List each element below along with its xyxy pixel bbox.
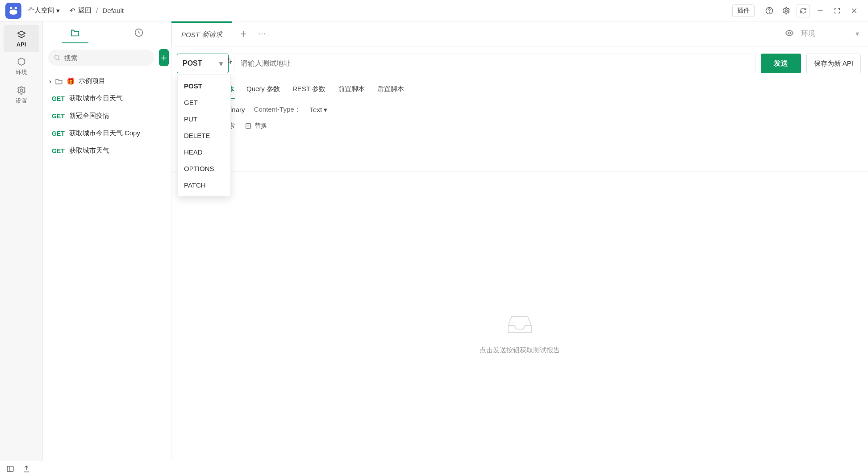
method-option[interactable]: POST bbox=[178, 78, 230, 94]
tree-item-label: 获取城市天气 bbox=[69, 146, 109, 155]
method-badge: GET bbox=[52, 130, 65, 137]
svg-rect-2 bbox=[9, 9, 17, 14]
tree-item[interactable]: GET获取城市今日天气 Copy bbox=[43, 125, 171, 142]
tree-group-label: 示例项目 bbox=[79, 77, 105, 85]
sidebar-tab-history[interactable] bbox=[125, 23, 152, 43]
chevron-right-icon: › bbox=[49, 77, 51, 85]
method-option[interactable]: DELETE bbox=[178, 127, 230, 144]
tab-name: 新请求 bbox=[202, 30, 222, 39]
env-selector-label[interactable]: 环境 bbox=[801, 29, 815, 38]
svg-point-1 bbox=[15, 7, 17, 9]
method-badge: GET bbox=[52, 113, 65, 120]
request-tab[interactable]: POST 新请求 bbox=[171, 21, 232, 46]
content-type-selector[interactable]: Text ▾ bbox=[310, 106, 328, 114]
request-subtab[interactable]: REST 参数 bbox=[292, 80, 326, 99]
breadcrumb-sep: / bbox=[96, 7, 98, 15]
upload-icon[interactable] bbox=[21, 464, 31, 474]
rail-settings-label: 设置 bbox=[16, 97, 27, 105]
plugin-button[interactable]: 插件 bbox=[732, 4, 755, 17]
panel-toggle-icon[interactable] bbox=[5, 464, 15, 474]
method-option[interactable]: PUT bbox=[178, 111, 230, 127]
maximize-icon[interactable] bbox=[830, 4, 844, 17]
cursor-icon bbox=[225, 57, 234, 68]
method-selector[interactable]: POST ▾ POSTGETPUTDELETEHEADOPTIONSPATCH bbox=[177, 54, 229, 73]
refresh-icon[interactable] bbox=[797, 4, 810, 17]
tab-method: POST bbox=[181, 31, 200, 38]
sidebar-tab-folder[interactable] bbox=[62, 23, 88, 43]
tree-group[interactable]: › 🎁 示例项目 bbox=[43, 72, 171, 90]
undo-icon: ↶ bbox=[70, 7, 75, 15]
back-button[interactable]: ↶ 返回 bbox=[70, 6, 92, 15]
tree-item-label: 获取城市今日天气 bbox=[69, 94, 123, 103]
rail-env[interactable]: 环境 bbox=[4, 52, 39, 81]
send-button[interactable]: 发送 bbox=[761, 54, 801, 73]
method-badge: GET bbox=[52, 95, 65, 102]
tool-replace[interactable]: 替换 bbox=[245, 122, 267, 130]
save-api-button[interactable]: 保存为新 API bbox=[806, 54, 861, 73]
rail-settings[interactable]: 设置 bbox=[4, 81, 39, 109]
help-icon[interactable] bbox=[763, 4, 776, 17]
svg-point-15 bbox=[789, 32, 791, 34]
search-input[interactable] bbox=[48, 50, 154, 66]
tree-item-label: 获取城市今日天气 Copy bbox=[69, 129, 140, 138]
app-logo bbox=[5, 3, 21, 19]
chevron-down-icon[interactable]: ▾ bbox=[855, 29, 859, 38]
empty-inbox-icon bbox=[505, 312, 534, 338]
chevron-down-icon: ▾ bbox=[56, 7, 60, 15]
svg-point-9 bbox=[20, 89, 23, 92]
rail-env-label: 环境 bbox=[16, 68, 27, 76]
tree-item[interactable]: GET获取城市今日天气 bbox=[43, 90, 171, 107]
request-subtab[interactable]: 后置脚本 bbox=[376, 80, 405, 99]
gear-icon[interactable] bbox=[780, 4, 793, 17]
add-button[interactable]: ＋ bbox=[159, 49, 169, 66]
method-badge: GET bbox=[52, 147, 65, 154]
workspace-selector[interactable]: 个人空间 ▾ bbox=[28, 6, 60, 15]
method-option[interactable]: PATCH bbox=[178, 177, 230, 193]
search-icon bbox=[54, 54, 61, 61]
tree-item[interactable]: GET获取城市天气 bbox=[43, 142, 171, 159]
gift-icon: 🎁 bbox=[67, 77, 75, 85]
tree-item-label: 新冠全国疫情 bbox=[69, 112, 109, 120]
request-subtab[interactable]: 前置脚本 bbox=[337, 80, 366, 99]
svg-line-12 bbox=[58, 59, 60, 60]
folder-icon bbox=[55, 77, 63, 85]
rail-api[interactable]: API bbox=[4, 25, 39, 52]
svg-point-4 bbox=[769, 13, 770, 13]
eye-icon[interactable] bbox=[785, 29, 794, 39]
tree-item[interactable]: GET新冠全国疫情 bbox=[43, 107, 171, 125]
method-dropdown: POSTGETPUTDELETEHEADOPTIONSPATCH bbox=[177, 75, 231, 196]
content-type-label: Content-Type： bbox=[254, 105, 301, 114]
method-selected: POST bbox=[183, 59, 202, 67]
chevron-down-icon: ▾ bbox=[324, 106, 327, 114]
svg-point-0 bbox=[10, 7, 12, 9]
back-label: 返回 bbox=[78, 6, 92, 15]
close-icon[interactable] bbox=[847, 4, 861, 17]
breadcrumb[interactable]: Default bbox=[102, 7, 124, 14]
empty-message: 点击发送按钮获取测试报告 bbox=[480, 346, 560, 355]
chevron-down-icon: ▾ bbox=[219, 59, 223, 68]
rail-api-label: API bbox=[17, 41, 26, 48]
method-option[interactable]: GET bbox=[178, 94, 230, 111]
svg-point-11 bbox=[55, 55, 59, 59]
request-subtab[interactable]: Query 参数 bbox=[246, 80, 281, 99]
workspace-label: 个人空间 bbox=[28, 6, 54, 15]
new-tab-button[interactable] bbox=[236, 26, 251, 42]
minimize-icon[interactable] bbox=[814, 4, 827, 17]
url-input[interactable] bbox=[234, 54, 755, 73]
method-option[interactable]: OPTIONS bbox=[178, 160, 230, 177]
replace-icon bbox=[245, 122, 252, 129]
tab-more-button[interactable]: ⋯ bbox=[255, 26, 270, 42]
svg-rect-21 bbox=[7, 466, 13, 472]
method-option[interactable]: HEAD bbox=[178, 144, 230, 160]
svg-point-5 bbox=[785, 9, 788, 12]
